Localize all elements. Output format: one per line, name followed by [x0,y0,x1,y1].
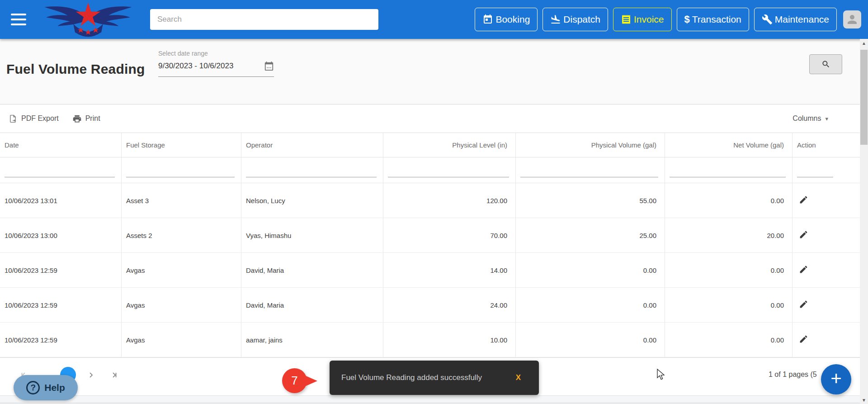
footer-strip [0,395,868,404]
cell-net-volume: 0.00 [665,323,792,357]
cell-physical-volume: 0.00 [515,288,665,322]
filter-input-date[interactable] [5,166,115,177]
pencil-icon [799,195,808,204]
red-pointer-badge: 7 [282,368,307,393]
help-label: Help [44,382,65,393]
nav-transaction-button[interactable]: $ Transaction [677,8,749,31]
table-row: 10/06/2023 13:00 Assets 2 Vyas, Himashu … [0,218,860,253]
vertical-scrollbar[interactable]: ▲ ▼ [860,39,868,404]
cell-physical-level: 14.00 [383,253,515,287]
last-page-icon [110,371,118,379]
edit-row-button[interactable] [797,333,810,347]
pointer-tail [303,375,317,387]
nav-dispatch-button[interactable]: Dispatch [542,8,608,31]
cell-net-volume: 0.00 [665,183,792,218]
filter-input-physical-level[interactable] [388,166,509,177]
table-row: 10/06/2023 12:59 Avgas David, Maria 24.0… [0,288,860,323]
edit-row-button[interactable] [797,228,810,242]
nav-maintenance-label: Maintenance [775,14,829,25]
pencil-icon [799,299,808,309]
add-record-button[interactable]: + [821,364,851,394]
columns-label: Columns [793,114,821,123]
col-header-net-volume[interactable]: Net Volume (gal) [665,133,792,157]
pencil-icon [799,334,808,344]
last-page-button[interactable] [110,371,118,379]
cell-date: 10/06/2023 12:59 [0,288,121,322]
cell-physical-level: 120.00 [383,183,515,218]
col-header-physical-volume[interactable]: Physical Volume (gal) [515,133,665,157]
cell-fuel-storage: Assets 2 [121,218,241,252]
cell-physical-level: 24.00 [383,288,515,322]
apply-search-button[interactable] [809,54,842,74]
cell-net-volume: 0.00 [665,253,792,287]
date-range-field[interactable]: Select date range 9/30/2023 - 10/6/2023 [158,50,274,77]
global-search [150,9,378,30]
edit-row-button[interactable] [797,298,810,312]
filter-input-action[interactable] [797,166,833,177]
print-label: Print [85,114,100,123]
print-icon [72,114,82,124]
col-header-date[interactable]: Date [0,133,121,157]
main-nav: Booking Dispatch Invoice $ Transaction M… [470,8,868,31]
edit-row-button[interactable] [797,193,810,208]
filter-input-net-volume[interactable] [670,166,786,177]
toast-close-button[interactable]: X [516,373,521,382]
pdf-export-button[interactable]: PDF Export [8,114,59,124]
grid-card: PDF Export Print Columns ▾ Date Fuel Sto… [0,104,868,395]
app-header: Booking Dispatch Invoice $ Transaction M… [0,0,868,39]
nav-transaction-label: Transaction [692,14,741,25]
cell-fuel-storage: Avgas [121,288,241,322]
cell-fuel-storage: Asset 3 [121,183,241,218]
cell-physical-level: 10.00 [383,323,515,357]
help-button[interactable]: ? Help [14,375,78,400]
cell-date: 10/06/2023 13:01 [0,183,121,218]
col-header-fuel-storage[interactable]: Fuel Storage [121,133,241,157]
col-header-operator[interactable]: Operator [241,133,383,157]
date-range-value[interactable]: 9/30/2023 - 10/6/2023 [158,62,233,71]
scroll-down-icon[interactable]: ▼ [860,396,868,404]
next-page-icon [87,371,95,379]
search-input[interactable] [150,9,378,30]
col-header-physical-level[interactable]: Physical Level (in) [383,133,515,157]
cell-operator: Vyas, Himashu [241,218,383,252]
nav-dispatch-label: Dispatch [563,14,600,25]
next-page-button[interactable] [87,371,95,379]
calendar-picker-icon[interactable] [264,61,274,71]
cell-operator: David, Maria [241,288,383,322]
filter-input-fuel-storage[interactable] [126,166,235,177]
cell-fuel-storage: Avgas [121,253,241,287]
cell-date: 10/06/2023 12:59 [0,323,121,357]
nav-maintenance-button[interactable]: Maintenance [754,8,837,31]
search-icon [821,60,830,69]
filter-input-operator[interactable] [246,166,377,177]
cell-fuel-storage: Avgas [121,323,241,357]
filter-input-physical-volume[interactable] [520,166,658,177]
edit-row-button[interactable] [797,263,810,277]
cell-operator: David, Maria [241,253,383,287]
pencil-icon [799,230,808,239]
page-title: Fuel Volume Reading [6,62,145,77]
toast-notification: Fuel Volume Reading added successfully X [330,361,539,395]
user-avatar[interactable] [843,10,861,29]
toast-message: Fuel Volume Reading added successfully [341,373,516,382]
pager-summary: 1 of 1 pages (5 [769,371,817,379]
columns-menu-button[interactable]: Columns ▾ [793,114,828,123]
cell-physical-level: 70.00 [383,218,515,252]
pdf-export-icon [8,114,18,124]
nav-booking-button[interactable]: Booking [475,8,538,31]
scrollbar-thumb[interactable] [860,50,868,145]
flight-land-icon [550,14,561,25]
scroll-up-icon[interactable]: ▲ [860,39,868,47]
table-row: 10/06/2023 12:59 Avgas David, Maria 14.0… [0,253,860,288]
print-button[interactable]: Print [72,114,100,124]
receipt-icon [621,14,632,25]
question-mark-icon: ? [26,381,40,394]
table-row: 10/06/2023 13:01 Asset 3 Nelson, Lucy 12… [0,183,860,218]
dollar-icon: $ [684,14,690,25]
cell-physical-volume: 55.00 [515,183,665,218]
nav-invoice-button[interactable]: Invoice [613,8,672,31]
menu-icon[interactable] [11,14,26,25]
nav-booking-label: Booking [495,14,530,25]
col-header-action: Action [792,133,860,157]
pdf-export-label: PDF Export [21,114,59,123]
